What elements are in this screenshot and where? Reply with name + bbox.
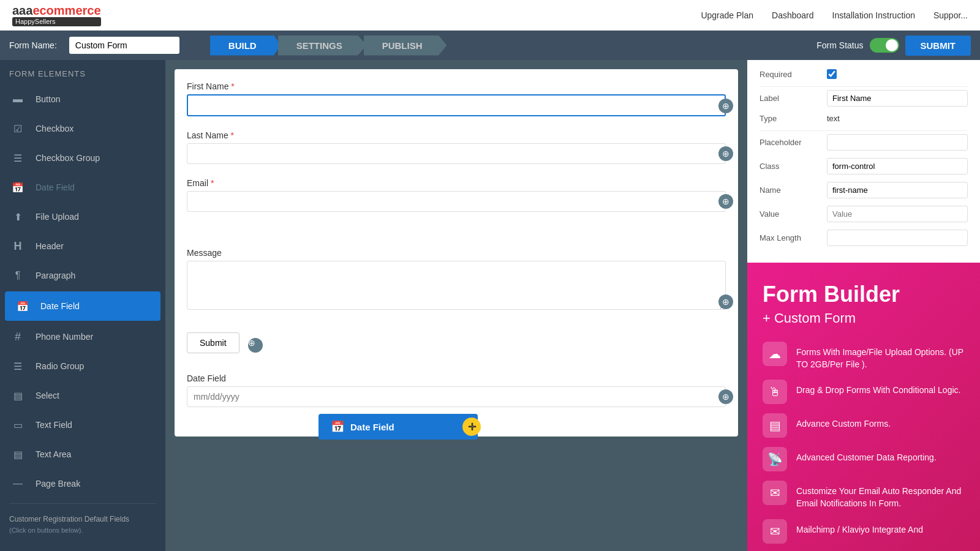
prop-required-row: Required (760, 69, 968, 79)
promo-feature-2: ▤ Advance Custom Forms. (763, 413, 965, 438)
required-checkbox[interactable] (827, 69, 837, 79)
sidebar: Form Elements ▬ Button ☑ Checkbox ☰ Chec… (0, 60, 165, 551)
prop-value-row: Value (760, 206, 968, 222)
form-status-toggle[interactable] (870, 38, 899, 53)
placeholder-input[interactable] (827, 134, 968, 151)
first-name-input[interactable] (187, 94, 726, 116)
sidebar-item-button[interactable]: ▬ Button (0, 84, 165, 114)
form-status-label: Form Status (816, 40, 863, 50)
sidebar-item-checkbox[interactable]: ☑ Checkbox (0, 114, 165, 143)
promo-feature-3: 📡 Advanced Customer Data Reporting. (763, 447, 965, 471)
sidebar-item-label: Header (36, 241, 64, 251)
email-label: Email * (187, 178, 726, 188)
logo: aaaecommerce HappySellers (12, 4, 101, 26)
sidebar-item-date-field-dragging[interactable]: 📅 Date Field (5, 291, 160, 321)
checkbox-group-icon: ☰ (9, 149, 26, 167)
prop-label-row: Label (760, 90, 968, 107)
date-field-dragging-icon: 📅 (14, 298, 31, 315)
nav-upgrade[interactable]: Upgrade Plan (701, 10, 753, 20)
sidebar-item-label: Page Break (36, 479, 80, 489)
prop-class-row: Class (760, 158, 968, 174)
maxlength-input[interactable] (827, 230, 968, 246)
value-input[interactable] (827, 206, 968, 222)
field-group-email: Email * 📅 Date Field ✛ ⊕ (187, 178, 726, 212)
nav-installation[interactable]: Installation Instruction (832, 10, 915, 20)
required-star: * (231, 81, 234, 91)
date-add-btn[interactable]: ⊕ (718, 389, 733, 404)
form-name-input[interactable] (69, 37, 179, 54)
mailchimp-icon: ✉ (763, 519, 787, 544)
prop-name-row: Name (760, 182, 968, 198)
form-card: First Name * ⊕ Last Name * ⊕ Email * (175, 69, 738, 437)
label-input[interactable] (827, 90, 968, 107)
sidebar-item-header[interactable]: H Header (0, 231, 165, 261)
tab-build[interactable]: BUILD (210, 36, 281, 56)
type-value: text (827, 114, 968, 123)
button-icon: ▬ (9, 91, 26, 108)
sidebar-item-label: File Upload (36, 212, 79, 222)
sidebar-item-checkbox-group[interactable]: ☰ Checkbox Group (0, 143, 165, 173)
properties-section: Required Label Type text Placeholder Cla… (747, 60, 980, 263)
prop-divider (760, 86, 968, 87)
sidebar-item-file-upload[interactable]: ⬆ File Upload (0, 202, 165, 231)
class-input[interactable] (827, 158, 968, 174)
sidebar-item-label: Paragraph (36, 271, 75, 280)
sidebar-item-date-field[interactable]: 📅 Date Field (0, 173, 165, 202)
sidebar-item-radio-group[interactable]: ☰ Radio Group (0, 351, 165, 381)
name-input[interactable] (827, 182, 968, 198)
reporting-icon: 📡 (763, 447, 787, 471)
first-name-add-btn[interactable]: ⊕ (718, 99, 733, 113)
last-name-label: Last Name * (187, 130, 726, 140)
form-name-label: Form Name: (9, 40, 57, 50)
nav-dashboard[interactable]: Dashboard (772, 10, 814, 20)
email-add-btn[interactable]: ⊕ (718, 194, 733, 209)
logo-tagline: HappySellers (12, 17, 101, 26)
date-field-icon: 📅 (9, 179, 26, 196)
submit-add-btn[interactable]: ⊕ (248, 338, 263, 353)
field-group-first-name: First Name * ⊕ (187, 81, 726, 116)
page-break-icon: — (9, 475, 26, 492)
sidebar-item-label: Text Field (36, 420, 72, 430)
label-label: Label (760, 94, 821, 103)
sidebar-item-label: Select (36, 391, 59, 400)
text-field-icon: ▭ (9, 416, 26, 433)
phone-number-icon: # (9, 328, 26, 345)
submit-button[interactable]: SUBMIT (905, 36, 971, 56)
feature-text-2: Advance Custom Forms. (796, 413, 891, 430)
promo-title: Form Builder (763, 281, 965, 307)
tab-settings[interactable]: SETTINGS (278, 36, 367, 56)
sidebar-item-text-area[interactable]: ▤ Text Area (0, 440, 165, 469)
email-input[interactable] (187, 191, 726, 212)
sidebar-item-select[interactable]: ▤ Select (0, 381, 165, 410)
sidebar-item-label: Date Field (40, 301, 80, 311)
message-add-btn[interactable]: ⊕ (718, 294, 733, 309)
tab-group: BUILD SETTINGS PUBLISH (210, 36, 447, 56)
sidebar-item-label: Text Area (36, 449, 71, 459)
sidebar-item-phone-number[interactable]: # Phone Number (0, 322, 165, 351)
last-name-add-btn[interactable]: ⊕ (718, 146, 733, 161)
drag-label: Date Field (350, 422, 394, 432)
date-field-input[interactable] (187, 386, 726, 407)
sidebar-item-text-field[interactable]: ▭ Text Field (0, 410, 165, 440)
promo-subtitle: + Custom Form (763, 310, 965, 326)
customer-reg-section: Customer Registration Default Fields (Cl… (0, 509, 165, 545)
top-navigation: aaaecommerce HappySellers Upgrade Plan D… (0, 0, 980, 31)
placeholder-label: Placeholder (760, 138, 821, 147)
last-name-input[interactable] (187, 143, 726, 164)
right-panel: Required Label Type text Placeholder Cla… (747, 60, 980, 551)
maxlength-label: Max Length (760, 233, 821, 242)
sidebar-item-page-break[interactable]: — Page Break (0, 469, 165, 498)
feature-text-4: Customize Your Email Auto Responder And … (796, 481, 965, 509)
main-content: Form Elements ▬ Button ☑ Checkbox ☰ Chec… (0, 60, 980, 551)
nav-support[interactable]: Suppor... (933, 10, 968, 20)
radio-group-icon: ☰ (9, 358, 26, 375)
checkbox-icon: ☑ (9, 120, 26, 137)
email-icon: ✉ (763, 481, 787, 505)
prop-type-row: Type text (760, 114, 968, 123)
form-submit-button[interactable]: Submit (187, 332, 239, 353)
message-textarea[interactable] (187, 261, 726, 310)
sidebar-item-paragraph[interactable]: ¶ Paragraph (0, 261, 165, 290)
feature-text-5: Mailchimp / Klaviyo Integrate And (796, 519, 923, 536)
tab-publish[interactable]: PUBLISH (364, 36, 447, 56)
sidebar-item-add-address-1[interactable]: 👤 Add Address Line 1 (0, 545, 165, 551)
